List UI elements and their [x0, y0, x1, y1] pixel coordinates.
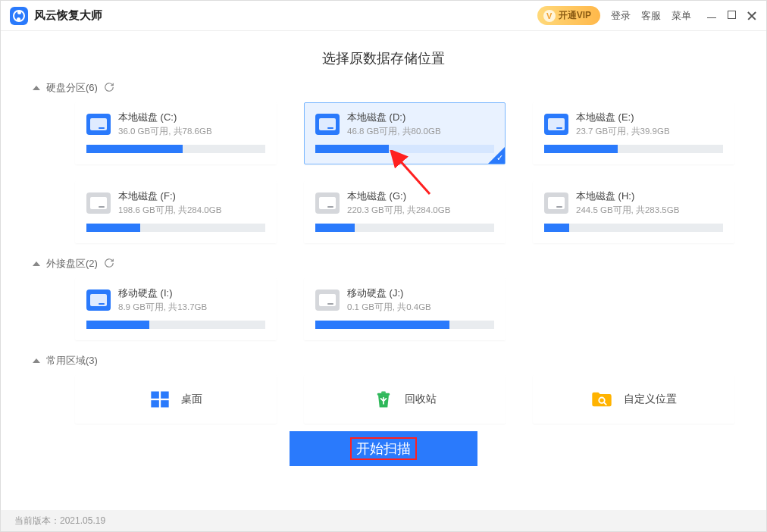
vip-badge-icon: V	[543, 10, 556, 22]
svg-rect-1	[161, 392, 169, 399]
disk-icon	[86, 289, 111, 311]
external-card-1[interactable]: 移动硬盘 (J:)0.1 GB可用, 共0.4GB	[304, 278, 506, 340]
refresh-icon[interactable]	[104, 258, 114, 271]
disk-usage: 198.6 GB可用, 共284.0GB	[118, 205, 221, 216]
chevron-up-icon	[33, 358, 40, 363]
external-card-0[interactable]: 移动硬盘 (I:)8.9 GB可用, 共13.7GB	[75, 278, 277, 340]
disk-title: 本地磁盘 (E:)	[576, 111, 670, 124]
hdd-card-5[interactable]: 本地磁盘 (H:)244.5 GB可用, 共283.5GB	[533, 181, 734, 243]
disk-title: 本地磁盘 (H:)	[576, 189, 679, 203]
chevron-up-icon	[33, 86, 40, 90]
vip-label: 开通VIP	[559, 9, 591, 22]
disk-title: 本地磁盘 (G:)	[347, 189, 450, 203]
disk-title: 本地磁盘 (D:)	[347, 111, 441, 124]
disk-icon	[544, 114, 568, 135]
minimize-button[interactable]	[706, 11, 717, 21]
open-vip-button[interactable]: V 开通VIP	[537, 6, 600, 25]
status-bar: 当前版本： 2021.05.19	[1, 510, 766, 531]
start-scan-button[interactable]: 开始扫描	[290, 431, 477, 466]
disk-title: 移动硬盘 (I:)	[118, 286, 207, 300]
hdd-card-2[interactable]: 本地磁盘 (E:)23.7 GB可用, 共39.9GB	[533, 102, 734, 164]
common-recycle[interactable]: 回收站	[304, 375, 506, 424]
disk-title: 本地磁盘 (F:)	[118, 189, 221, 203]
app-title: 风云恢复大师	[34, 8, 102, 23]
recycle-bin-icon	[373, 389, 394, 410]
disk-usage: 23.7 GB可用, 共39.9GB	[576, 126, 670, 137]
support-link[interactable]: 客服	[641, 9, 661, 23]
custom-label: 自定义位置	[624, 393, 677, 406]
windows-icon	[149, 389, 171, 410]
section-head-hdd[interactable]: 硬盘分区(6)	[33, 81, 734, 95]
version-value: 2021.05.19	[60, 515, 105, 526]
recycle-label: 回收站	[405, 393, 437, 406]
close-button[interactable]	[747, 11, 757, 21]
page-title: 选择原数据存储位置	[33, 49, 734, 67]
svg-rect-0	[151, 392, 159, 399]
disk-title: 本地磁盘 (C:)	[118, 111, 212, 124]
version-prefix: 当前版本：	[14, 515, 60, 527]
disk-usage: 220.3 GB可用, 共284.0GB	[347, 205, 450, 216]
disk-progress	[544, 145, 723, 153]
titlebar: 风云恢复大师 V 开通VIP 登录 客服 菜单	[1, 1, 766, 31]
disk-progress	[315, 224, 494, 232]
scan-label: 开始扫描	[356, 440, 411, 458]
svg-rect-5	[381, 392, 386, 393]
disk-progress	[315, 321, 494, 329]
disk-progress	[86, 145, 265, 153]
menu-link[interactable]: 菜单	[672, 9, 691, 23]
section-label-hdd: 硬盘分区(6)	[46, 81, 98, 95]
desktop-label: 桌面	[181, 393, 202, 406]
svg-rect-4	[377, 393, 390, 396]
chevron-up-icon	[33, 261, 40, 266]
app-logo	[10, 7, 28, 25]
disk-icon	[86, 192, 111, 214]
login-link[interactable]: 登录	[611, 9, 631, 23]
section-head-external[interactable]: 外接盘区(2)	[33, 257, 734, 271]
disk-icon	[315, 289, 340, 311]
svg-rect-3	[161, 400, 169, 407]
svg-rect-2	[151, 400, 159, 407]
disk-usage: 0.1 GB可用, 共0.4GB	[347, 302, 431, 313]
disk-usage: 8.9 GB可用, 共13.7GB	[118, 302, 207, 313]
disk-icon	[315, 114, 340, 135]
folder-search-icon	[590, 389, 613, 410]
section-label-external: 外接盘区(2)	[46, 257, 98, 271]
disk-usage: 46.8 GB可用, 共80.0GB	[347, 126, 441, 137]
common-custom[interactable]: 自定义位置	[533, 375, 734, 424]
checkmark-icon: ✓	[496, 153, 503, 163]
hdd-card-4[interactable]: 本地磁盘 (G:)220.3 GB可用, 共284.0GB	[304, 181, 506, 243]
refresh-icon[interactable]	[104, 82, 114, 95]
section-head-common[interactable]: 常用区域(3)	[33, 354, 734, 368]
disk-usage: 244.5 GB可用, 共283.5GB	[576, 205, 679, 216]
disk-icon	[86, 114, 111, 135]
disk-progress	[86, 224, 265, 232]
disk-progress	[86, 321, 265, 329]
disk-icon	[544, 192, 568, 214]
disk-progress	[544, 224, 723, 232]
main-content: 选择原数据存储位置 硬盘分区(6) 本地磁盘 (C:)36.0 GB可用, 共7…	[1, 31, 766, 510]
section-label-common: 常用区域(3)	[46, 354, 98, 368]
common-desktop[interactable]: 桌面	[75, 375, 277, 424]
disk-progress	[315, 145, 494, 153]
disk-title: 移动硬盘 (J:)	[347, 286, 431, 300]
disk-icon	[315, 192, 340, 214]
disk-usage: 36.0 GB可用, 共78.6GB	[118, 126, 212, 137]
hdd-card-3[interactable]: 本地磁盘 (F:)198.6 GB可用, 共284.0GB	[75, 181, 277, 243]
hdd-card-1[interactable]: 本地磁盘 (D:)46.8 GB可用, 共80.0GB✓	[304, 102, 506, 164]
hdd-card-0[interactable]: 本地磁盘 (C:)36.0 GB可用, 共78.6GB	[75, 102, 277, 164]
maximize-button[interactable]	[728, 11, 736, 19]
